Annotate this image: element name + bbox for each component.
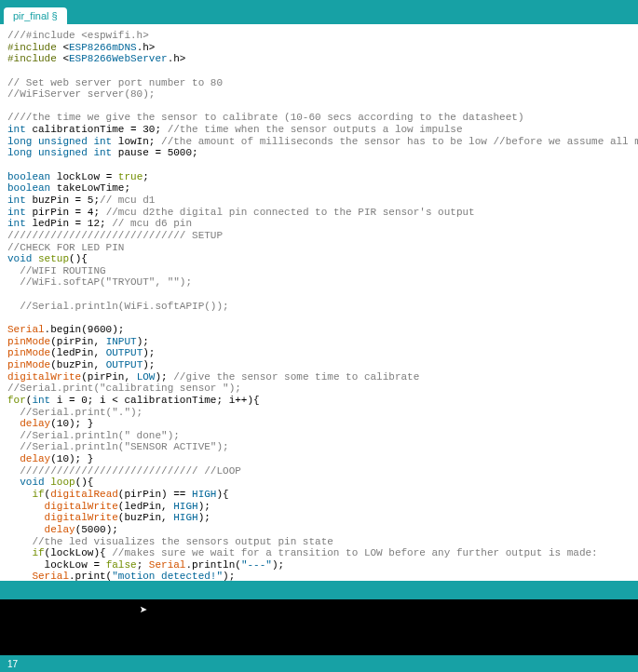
code-line[interactable]: //Serial.println(" done");	[7, 430, 631, 442]
cursor-arrow-icon: ➤	[140, 602, 147, 618]
console-divider[interactable]	[0, 581, 638, 599]
code-line[interactable]: //the led visualizes the sensors output …	[7, 536, 631, 548]
code-line[interactable]: if(digitalRead(pirPin) == HIGH){	[7, 489, 631, 501]
code-line[interactable]: void setup(){	[7, 253, 631, 265]
code-line[interactable]: int pirPin = 4; //mcu d2the digital pin …	[7, 207, 631, 219]
code-line[interactable]: int calibrationTime = 30; //the time whe…	[7, 124, 631, 136]
code-line[interactable]: digitalWrite(ledPin, HIGH);	[7, 501, 631, 513]
code-line[interactable]: delay(10); }	[7, 418, 631, 430]
code-line[interactable]: Serial.begin(9600);	[7, 324, 631, 336]
code-line[interactable]: //WIFI ROUTING	[7, 265, 631, 277]
code-line[interactable]: boolean lockLow = true;	[7, 171, 631, 183]
code-line[interactable]: //CHECK FOR LED PIN	[7, 242, 631, 254]
code-line[interactable]	[7, 65, 631, 77]
code-line[interactable]: lockLow = false; Serial.println("---");	[7, 559, 631, 571]
code-line[interactable]: //Serial.print(".");	[7, 407, 631, 419]
code-line[interactable]: digitalWrite(pirPin, LOW); //give the se…	[7, 371, 631, 383]
code-line[interactable]: #include <ESP8266WebServer.h>	[7, 53, 631, 65]
code-line[interactable]: #include <ESP8266mDNS.h>	[7, 42, 631, 54]
serial-console[interactable]: ➤	[0, 599, 638, 655]
code-line[interactable]: //WiFi.softAP("TRYOUT", "");	[7, 276, 631, 289]
code-line[interactable]: if(lockLow){ //makes sure we wait for a …	[7, 547, 631, 559]
code-line[interactable]	[7, 101, 631, 113]
code-line[interactable]: ///#include <espwifi.h>	[7, 30, 631, 42]
code-line[interactable]	[7, 312, 631, 324]
code-line[interactable]: ////the time we give the sensor to calib…	[7, 112, 631, 124]
code-line[interactable]: digitalWrite(buzPin, HIGH);	[7, 512, 631, 524]
code-line[interactable]: //WiFiServer server(80);	[7, 88, 631, 101]
status-bar: 17	[0, 655, 638, 672]
code-line[interactable]: int ledPin = 12; // mcu d6 pin	[7, 218, 631, 230]
tab-bar: pir_final §	[0, 6, 638, 24]
code-line[interactable]: delay(5000);	[7, 524, 631, 536]
code-line[interactable]: for(int i = 0; i < calibrationTime; i++)…	[7, 395, 631, 407]
code-line[interactable]: boolean takeLowTime;	[7, 182, 631, 195]
code-line[interactable]: //Serial.print("calibrating sensor ");	[7, 383, 631, 395]
code-line[interactable]: long unsigned int pause = 5000;	[7, 147, 631, 159]
code-line[interactable]	[7, 289, 631, 301]
code-line[interactable]: // Set web server port number to 80	[7, 77, 631, 89]
code-line[interactable]: long unsigned int lowIn; //the amount of…	[7, 136, 631, 148]
tab-pir-final[interactable]: pir_final §	[4, 7, 67, 24]
code-line[interactable]: delay(10); }	[7, 453, 631, 465]
code-line[interactable]: ///////////////////////////// //LOOP	[7, 465, 631, 477]
code-line[interactable]: int buzPin = 5;// mcu d1	[7, 195, 631, 207]
code-line[interactable]	[7, 159, 631, 171]
code-line[interactable]: ///////////////////////////// SETUP	[7, 230, 631, 242]
code-line[interactable]: void loop(){	[7, 477, 631, 489]
code-editor[interactable]: ///#include <espwifi.h>#include <ESP8266…	[0, 24, 638, 581]
code-line[interactable]: //Serial.println("SENSOR ACTIVE");	[7, 441, 631, 453]
code-line[interactable]: pinMode(buzPin, OUTPUT);	[7, 359, 631, 371]
code-line[interactable]: Serial.print("motion detected!");	[7, 571, 631, 581]
status-left: 17	[7, 659, 18, 669]
code-line[interactable]: pinMode(pirPin, INPUT);	[7, 336, 631, 348]
code-line[interactable]: pinMode(ledPin, OUTPUT);	[7, 347, 631, 359]
code-line[interactable]: //Serial.println(WiFi.softAPIP());	[7, 301, 631, 313]
